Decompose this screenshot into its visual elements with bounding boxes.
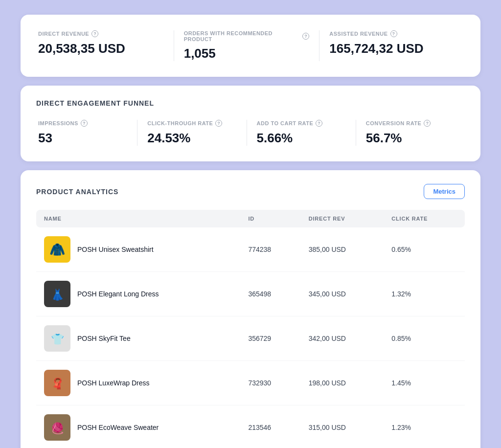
product-table: NAME ID DIRECT REV CLICK RATE 🧥 POSH Uni… [36,210,465,448]
table-header-row: NAME ID DIRECT REV CLICK RATE [36,210,465,227]
conversion-rate-value: 56.7% [366,131,455,146]
product-name: POSH Unisex Sweatshirt [77,246,154,253]
product-image: 🧣 [44,370,70,396]
product-name: POSH SkyFit Tee [77,335,131,342]
product-click-rate: 0.85% [384,316,465,361]
add-to-cart-rate-label: ADD TO CART RATE ? [257,120,346,127]
product-name: POSH EcoWeave Sweater [77,424,159,431]
conversion-rate-label: CONVERSION RATE ? [366,120,455,127]
direct-revenue-label: DIRECT REVENUE ? [38,30,164,37]
product-direct-rev: 198,00 USD [301,361,384,405]
product-id: 356729 [240,316,300,361]
impressions-label: IMPRESSIONS ? [38,120,127,127]
analytics-title: PRODUCT ANALYTICS [36,188,118,196]
impressions-info-icon[interactable]: ? [81,120,88,127]
product-click-rate: 1.32% [384,272,465,316]
product-name: POSH LuxeWrap Dress [77,379,150,387]
product-direct-rev: 345,00 USD [301,272,384,316]
metrics-button[interactable]: Metrics [424,184,465,199]
table-row: 👗 POSH Elegant Long Dress 365498 345,00 … [36,272,465,316]
product-click-rate: 1.23% [384,405,465,448]
funnel-title: DIRECT ENGAGEMENT FUNNEL [36,99,465,107]
product-name-cell: 👕 POSH SkyFit Tee [36,316,240,361]
add-to-cart-rate-value: 5.66% [257,131,346,146]
product-direct-rev: 315,00 USD [301,405,384,448]
column-direct-rev: DIRECT REV [301,210,384,227]
conversion-rate-stat: CONVERSION RATE ? 56.7% [356,118,465,148]
direct-revenue-info-icon[interactable]: ? [91,30,98,37]
top-stats-card: DIRECT REVENUE ? 20,538,35 USD ORDERS WI… [21,15,480,77]
product-image: 👗 [44,281,70,307]
main-container: DIRECT REVENUE ? 20,538,35 USD ORDERS WI… [21,15,480,448]
orders-recommended-info-icon[interactable]: ? [302,33,309,40]
product-click-rate: 0.65% [384,227,465,272]
assisted-revenue-info-icon[interactable]: ? [390,30,397,37]
product-name-cell: 🧶 POSH EcoWeave Sweater [36,405,240,448]
svg-text:🧥: 🧥 [49,242,66,257]
product-image: 🧶 [44,414,70,441]
orders-recommended-stat: ORDERS WITH RECOMMENDED PRODUCT ? 1,055 [174,28,319,63]
funnel-card: DIRECT ENGAGEMENT FUNNEL IMPRESSIONS ? 5… [21,86,480,161]
product-direct-rev: 385,00 USD [301,227,384,272]
svg-text:🧣: 🧣 [51,377,65,390]
orders-recommended-label: ORDERS WITH RECOMMENDED PRODUCT ? [184,30,310,42]
product-name-cell: 👗 POSH Elegant Long Dress [36,272,240,316]
product-id: 365498 [240,272,300,316]
column-click-rate: CLICK RATE [384,210,465,227]
click-through-rate-stat: CLICK-THROUGH RATE ? 24.53% [137,118,246,148]
product-image: 🧥 [44,236,70,263]
click-through-rate-label: CLICK-THROUGH RATE ? [147,120,236,127]
conversion-rate-info-icon[interactable]: ? [424,120,431,127]
svg-text:🧶: 🧶 [51,422,65,435]
table-row: 🧶 POSH EcoWeave Sweater 213546 315,00 US… [36,405,465,448]
product-analytics-card: PRODUCT ANALYTICS Metrics NAME ID DIRECT… [21,170,480,448]
svg-text:👕: 👕 [51,333,65,346]
impressions-value: 53 [38,131,127,146]
direct-revenue-stat: DIRECT REVENUE ? 20,538,35 USD [36,28,174,63]
product-name-cell: 🧥 POSH Unisex Sweatshirt [36,227,240,272]
assisted-revenue-label: ASSISTED REVENUE ? [329,30,455,37]
assisted-revenue-value: 165,724,32 USD [329,41,455,56]
column-id: ID [240,210,300,227]
impressions-stat: IMPRESSIONS ? 53 [36,118,137,148]
table-row: 👕 POSH SkyFit Tee 356729 342,00 USD 0.85… [36,316,465,361]
add-to-cart-rate-stat: ADD TO CART RATE ? 5.66% [247,118,356,148]
click-through-rate-value: 24.53% [147,131,236,146]
add-to-cart-rate-info-icon[interactable]: ? [316,120,322,127]
table-row: 🧣 POSH LuxeWrap Dress 732930 198,00 USD … [36,361,465,405]
product-image: 👕 [44,325,70,352]
table-row: 🧥 POSH Unisex Sweatshirt 774238 385,00 U… [36,227,465,272]
analytics-header: PRODUCT ANALYTICS Metrics [36,184,465,199]
column-name: NAME [36,210,240,227]
funnel-stats: IMPRESSIONS ? 53 CLICK-THROUGH RATE ? 24… [36,118,465,148]
product-id: 774238 [240,227,300,272]
product-click-rate: 1.45% [384,361,465,405]
direct-revenue-value: 20,538,35 USD [38,41,164,56]
product-direct-rev: 342,00 USD [301,316,384,361]
assisted-revenue-stat: ASSISTED REVENUE ? 165,724,32 USD [319,28,465,63]
orders-recommended-value: 1,055 [184,46,310,61]
product-id: 732930 [240,361,300,405]
product-name: POSH Elegant Long Dress [77,290,159,298]
product-name-cell: 🧣 POSH LuxeWrap Dress [36,361,240,405]
svg-text:👗: 👗 [51,288,65,301]
click-through-rate-info-icon[interactable]: ? [215,120,222,127]
product-id: 213546 [240,405,300,448]
